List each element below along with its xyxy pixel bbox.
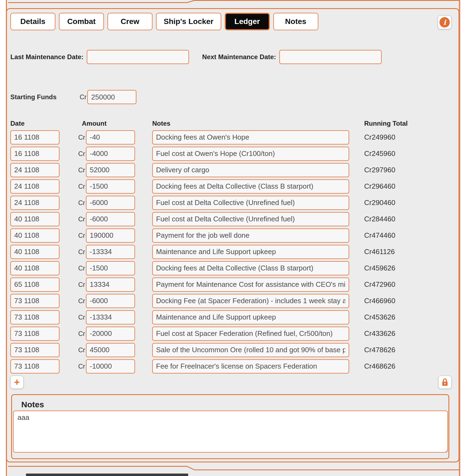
starting-funds-label: Starting Funds (10, 93, 80, 101)
ledger-row: CrCr245960 (10, 146, 455, 161)
date-input[interactable] (10, 343, 59, 357)
running-total: Cr245960 (364, 149, 395, 158)
currency-prefix: Cr (77, 134, 85, 141)
amount-input[interactable] (86, 327, 135, 341)
ledger-row: CrCr472960 (10, 277, 455, 292)
tab-ledger[interactable]: Ledger (225, 13, 270, 30)
note-input[interactable] (152, 147, 349, 161)
amount-input[interactable] (86, 343, 135, 357)
amount-input[interactable] (86, 261, 135, 275)
column-header-notes: Notes (152, 119, 364, 128)
running-total: Cr296460 (364, 182, 395, 191)
note-input[interactable] (152, 228, 349, 243)
info-button[interactable]: i (438, 16, 451, 29)
currency-prefix: Cr (80, 93, 86, 101)
ledger-row: CrCr284460 (10, 212, 455, 227)
note-input[interactable] (152, 343, 349, 357)
last-maintenance-label: Last Maintenance Date: (10, 53, 83, 61)
note-input[interactable] (152, 212, 349, 226)
column-header-amount: Amount (82, 119, 152, 128)
date-input[interactable] (10, 245, 59, 259)
running-total: Cr290460 (364, 198, 395, 207)
amount-input[interactable] (86, 278, 135, 292)
ledger-row: CrCr466960 (10, 293, 455, 308)
ledger-row: CrCr453626 (10, 310, 455, 325)
amount-input[interactable] (86, 163, 135, 177)
lock-button[interactable] (438, 376, 451, 389)
tab-ship-s-locker[interactable]: Ship's Locker (156, 13, 221, 30)
tab-combat[interactable]: Combat (59, 13, 104, 30)
next-maintenance-input[interactable] (279, 50, 382, 64)
note-input[interactable] (152, 278, 349, 292)
last-maintenance-input[interactable] (87, 50, 189, 64)
ledger-row: CrCr433626 (10, 326, 455, 341)
date-input[interactable] (10, 163, 59, 177)
currency-prefix: Cr (77, 199, 85, 207)
note-input[interactable] (152, 179, 349, 194)
date-input[interactable] (10, 130, 59, 144)
currency-prefix: Cr (77, 232, 85, 239)
note-input[interactable] (152, 261, 349, 275)
date-input[interactable] (10, 228, 59, 243)
running-total: Cr433626 (364, 329, 395, 338)
ledger-row: CrCr297960 (10, 162, 455, 177)
date-input[interactable] (10, 261, 59, 275)
ledger-rows: CrCr249960CrCr245960CrCr297960CrCr296460… (9, 130, 455, 374)
amount-input[interactable] (86, 245, 135, 259)
date-input[interactable] (10, 327, 59, 341)
running-total: Cr468626 (364, 362, 395, 370)
running-total: Cr459626 (364, 264, 395, 272)
tab-crew[interactable]: Crew (107, 13, 152, 30)
notes-textarea[interactable]: aaa (13, 411, 448, 453)
note-input[interactable] (152, 294, 349, 308)
starting-funds-input[interactable] (87, 90, 136, 104)
amount-input[interactable] (86, 147, 135, 161)
currency-prefix: Cr (77, 363, 85, 370)
ledger-row: CrCr468626 (10, 359, 455, 374)
amount-input[interactable] (86, 294, 135, 308)
ledger-header: Date Amount Notes Running Total (10, 119, 455, 128)
note-input[interactable] (152, 310, 349, 324)
date-input[interactable] (10, 359, 59, 373)
running-total: Cr474460 (364, 231, 395, 240)
note-input[interactable] (152, 196, 349, 210)
ledger-row: CrCr474460 (10, 228, 455, 243)
running-total: Cr284460 (364, 215, 395, 223)
currency-prefix: Cr (77, 248, 85, 256)
currency-prefix: Cr (77, 346, 85, 354)
currency-prefix: Cr (77, 150, 85, 158)
currency-prefix: Cr (77, 183, 85, 190)
add-row-button[interactable]: + (10, 376, 23, 389)
column-header-date: Date (10, 119, 82, 128)
amount-input[interactable] (86, 359, 135, 373)
tab-bar: DetailsCombatCrewShip's LockerLedgerNote… (10, 13, 455, 30)
ledger-row: CrCr296460 (10, 179, 455, 194)
date-input[interactable] (10, 278, 59, 292)
tab-notes[interactable]: Notes (273, 13, 318, 30)
note-input[interactable] (152, 245, 349, 259)
tab-details[interactable]: Details (10, 13, 55, 30)
date-input[interactable] (10, 196, 59, 210)
date-input[interactable] (10, 310, 59, 324)
notes-section: Notes aaa (11, 394, 449, 459)
currency-prefix: Cr (77, 314, 85, 321)
amount-input[interactable] (86, 310, 135, 324)
note-input[interactable] (152, 327, 349, 341)
amount-input[interactable] (86, 212, 135, 226)
info-icon: i (439, 17, 450, 28)
note-input[interactable] (152, 359, 349, 373)
date-input[interactable] (10, 294, 59, 308)
note-input[interactable] (152, 163, 349, 177)
note-input[interactable] (152, 130, 349, 144)
date-input[interactable] (10, 179, 59, 194)
amount-input[interactable] (86, 179, 135, 194)
date-input[interactable] (10, 212, 59, 226)
date-input[interactable] (10, 147, 59, 161)
lock-icon (441, 378, 449, 386)
currency-prefix: Cr (77, 297, 85, 305)
amount-input[interactable] (86, 228, 135, 243)
amount-input[interactable] (86, 130, 135, 144)
amount-input[interactable] (86, 196, 135, 210)
notes-title: Notes (21, 400, 445, 409)
currency-prefix: Cr (77, 166, 85, 174)
